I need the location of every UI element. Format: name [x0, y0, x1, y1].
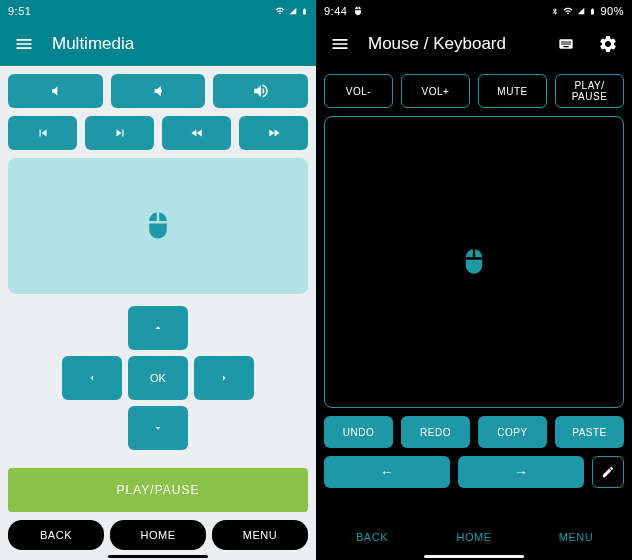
wifi-icon	[563, 6, 573, 16]
screen-body: VOL- VOL+ MUTE PLAY/ PAUSE UNDO REDO COP…	[316, 66, 632, 522]
arrow-row: ← →	[324, 456, 624, 488]
status-time: 9:44	[324, 5, 347, 17]
menu-hamburger-icon[interactable]	[10, 30, 38, 58]
gesture-bar	[0, 554, 316, 560]
wifi-icon	[275, 6, 285, 16]
dpad-up-button[interactable]	[128, 306, 188, 350]
screen-body: OK PLAY/PAUSE	[0, 66, 316, 520]
mouse-icon	[143, 211, 173, 241]
bluetooth-icon	[551, 6, 559, 17]
dpad-left-button[interactable]	[62, 356, 122, 400]
page-title: Multimedia	[52, 34, 306, 54]
dpad-down-button[interactable]	[128, 406, 188, 450]
mouse-icon	[460, 248, 488, 276]
keyboard-icon[interactable]	[552, 30, 580, 58]
gesture-bar	[316, 554, 632, 560]
nav-home-button[interactable]: HOME	[110, 520, 206, 550]
battery-icon	[589, 6, 596, 17]
app-bar: Mouse / Keyboard	[316, 22, 632, 66]
volume-mute-button[interactable]	[8, 74, 103, 108]
pencil-icon	[601, 465, 615, 479]
mute-button[interactable]: MUTE	[478, 74, 547, 108]
battery-icon	[301, 6, 308, 17]
nav-menu-button[interactable]: MENU	[528, 522, 624, 552]
next-track-button[interactable]	[85, 116, 154, 150]
phone-mouse-keyboard: 9:44 90% Mouse / Keyboard VOL- VOL+ MUTE…	[316, 0, 632, 560]
volume-down-button[interactable]	[111, 74, 206, 108]
dpad-right-button[interactable]	[194, 356, 254, 400]
play-pause-button[interactable]: PLAY/PAUSE	[8, 468, 308, 512]
vol-minus-button[interactable]: VOL-	[324, 74, 393, 108]
dpad: OK	[8, 306, 308, 450]
touchpad[interactable]	[8, 158, 308, 294]
touchpad[interactable]	[324, 116, 624, 408]
nav-back-button[interactable]: BACK	[324, 522, 420, 552]
status-time: 9:51	[8, 5, 31, 17]
signal-icon	[289, 6, 297, 16]
forward-button[interactable]	[239, 116, 308, 150]
nav-row: BACK HOME MENU	[316, 522, 632, 554]
track-row	[8, 116, 308, 150]
vol-plus-button[interactable]: VOL+	[401, 74, 470, 108]
volume-row	[8, 74, 308, 108]
nav-menu-button[interactable]: MENU	[212, 520, 308, 550]
status-icons: 90%	[551, 5, 624, 17]
copy-button[interactable]: COPY	[478, 416, 547, 448]
arrow-left-button[interactable]: ←	[324, 456, 450, 488]
prev-track-button[interactable]	[8, 116, 77, 150]
settings-gear-icon[interactable]	[594, 30, 622, 58]
nav-home-button[interactable]: HOME	[426, 522, 522, 552]
clipboard-row: UNDO REDO COPY PASTE	[324, 416, 624, 448]
phone-multimedia: 9:51 Multimedia	[0, 0, 316, 560]
redo-button[interactable]: REDO	[401, 416, 470, 448]
undo-button[interactable]: UNDO	[324, 416, 393, 448]
edit-button[interactable]	[592, 456, 624, 488]
arrow-right-button[interactable]: →	[458, 456, 584, 488]
paste-button[interactable]: PASTE	[555, 416, 624, 448]
nav-row: BACK HOME MENU	[0, 520, 316, 554]
status-bar: 9:51	[0, 0, 316, 22]
play-pause-button[interactable]: PLAY/ PAUSE	[555, 74, 624, 108]
nav-back-button[interactable]: BACK	[8, 520, 104, 550]
media-row: VOL- VOL+ MUTE PLAY/ PAUSE	[324, 74, 624, 108]
status-bar: 9:44 90%	[316, 0, 632, 22]
battery-text: 90%	[600, 5, 624, 17]
page-title: Mouse / Keyboard	[368, 34, 538, 54]
status-icons	[275, 6, 308, 17]
volume-up-button[interactable]	[213, 74, 308, 108]
dpad-ok-button[interactable]: OK	[128, 356, 188, 400]
rewind-button[interactable]	[162, 116, 231, 150]
app-bar: Multimedia	[0, 22, 316, 66]
signal-icon	[577, 6, 585, 16]
mouse-status-icon	[353, 6, 363, 16]
menu-hamburger-icon[interactable]	[326, 30, 354, 58]
